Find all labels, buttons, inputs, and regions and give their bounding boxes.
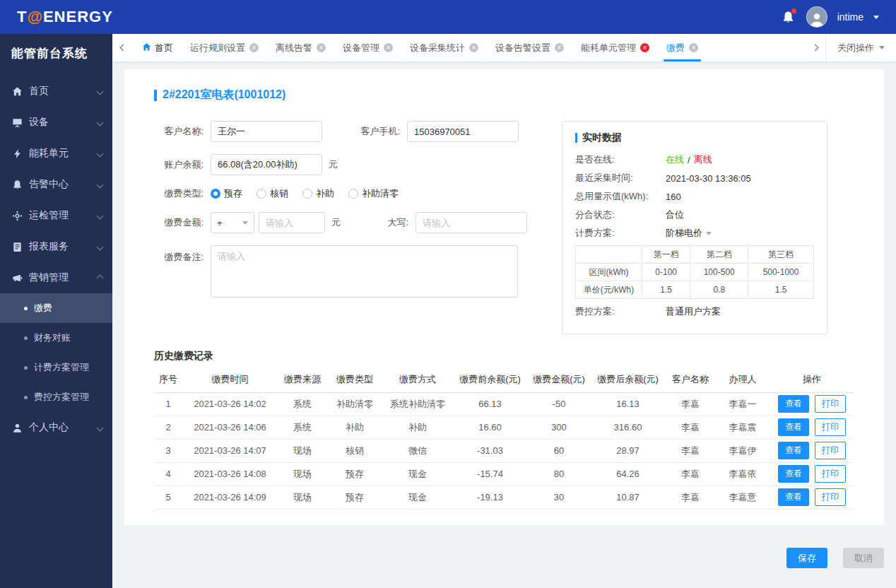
print-button[interactable]: 打印	[815, 488, 846, 506]
sidebar-item-device[interactable]: 设备	[0, 107, 112, 138]
table-cell: 0.8	[690, 281, 748, 299]
amount-input[interactable]	[259, 212, 325, 233]
sidebar-item-home[interactable]: 首页	[0, 76, 112, 107]
radio-writeoff[interactable]: 核销	[257, 187, 288, 200]
sidebar-item-energy-unit[interactable]: 能耗单元	[0, 138, 112, 169]
table-cell: 李嘉依	[716, 462, 770, 486]
form-row-customer: 客户名称: 客户手机:	[154, 121, 550, 142]
radio-icon	[257, 189, 266, 199]
close-icon[interactable]: ×	[249, 43, 259, 52]
table-cell: 28.97	[591, 439, 665, 462]
close-icon[interactable]: ×	[555, 43, 564, 52]
view-button[interactable]: 查看	[778, 395, 809, 413]
radio-icon	[348, 189, 358, 199]
caret-down-icon	[879, 46, 885, 49]
table-cell-actions: 查看打印	[770, 486, 854, 509]
sidebar-item-report[interactable]: 报表服务	[0, 231, 112, 262]
chevron-down-icon	[97, 212, 104, 219]
device-icon	[11, 117, 23, 128]
user-menu-caret-icon[interactable]	[873, 16, 879, 19]
amount-sign-select[interactable]: +	[211, 212, 254, 233]
sidebar-item-alarm-center[interactable]: 告警中心	[0, 169, 112, 200]
billing-plan-select[interactable]: 阶梯电价	[666, 227, 712, 240]
view-button[interactable]: 查看	[778, 442, 809, 459]
tab-item[interactable]: 能耗单元管理×	[572, 34, 658, 61]
balance-unit: 元	[329, 158, 338, 171]
radio-subsidy[interactable]: 补助	[302, 187, 334, 200]
sidebar-item-label: 营销管理	[29, 271, 98, 284]
caret-down-icon	[706, 232, 712, 235]
sidebar-item-personal[interactable]: 个人中心	[0, 412, 112, 443]
tabs-scroll-left-button[interactable]	[112, 34, 134, 61]
print-button[interactable]: 打印	[815, 442, 846, 459]
sidebar-subitem[interactable]: 计费方案管理	[0, 353, 112, 382]
table-cell-actions: 查看打印	[770, 439, 854, 462]
cancel-button[interactable]: 取消	[843, 548, 884, 568]
customer-name-input[interactable]	[211, 121, 322, 142]
tab-label: 设备告警设置	[495, 42, 550, 54]
payment-card: 2#2201室电表(1001012) 客户名称: 客户手机: 账户余额: 元	[124, 69, 884, 525]
form-row-balance: 账户余额: 元	[154, 154, 550, 175]
tab-item[interactable]: 设备采集统计×	[401, 34, 487, 61]
sidebar: 能管前台系统 首页设备能耗单元告警中心运检管理报表服务营销管理缴费财务对账计费方…	[0, 34, 112, 588]
logo-rest: ENERGY	[43, 8, 113, 25]
table-cell: 李嘉震	[716, 416, 770, 439]
tab-item[interactable]: 设备告警设置×	[487, 34, 572, 61]
sidebar-item-label: 个人中心	[29, 421, 98, 434]
energy-unit-icon	[11, 148, 23, 159]
amount-label: 缴费金额:	[154, 216, 204, 229]
title-accent-bar	[154, 90, 157, 101]
sidebar-subitem[interactable]: 费控方案管理	[0, 382, 112, 412]
caps-input[interactable]	[415, 212, 527, 233]
avatar[interactable]	[806, 6, 827, 28]
close-icon[interactable]: ×	[469, 43, 478, 52]
page-size-select[interactable]: 10条/页	[235, 525, 288, 526]
tab-item[interactable]: 离线告警×	[267, 34, 334, 61]
sidebar-item-inspection[interactable]: 运检管理	[0, 200, 112, 231]
tabs-scroll-right-button[interactable]	[804, 34, 825, 61]
sidebar-subitem[interactable]: 缴费	[0, 293, 112, 323]
print-button[interactable]: 打印	[815, 465, 846, 483]
save-button[interactable]: 保存	[786, 548, 827, 568]
tab-item[interactable]: 运行规则设置×	[182, 34, 267, 61]
table-header-row: 序号 缴费时间 缴费来源 缴费类型 缴费方式 缴费前余额(元) 缴费金额(元) …	[154, 367, 854, 392]
logo-at: @	[27, 8, 42, 25]
table-cell: 系统	[278, 416, 327, 439]
table-cell: 60	[527, 439, 591, 462]
notification-bell-icon[interactable]	[781, 9, 796, 25]
column-header: 缴费后余额(元)	[591, 367, 665, 392]
view-button[interactable]: 查看	[778, 418, 809, 436]
print-button[interactable]: 打印	[815, 395, 846, 413]
view-button[interactable]: 查看	[778, 465, 809, 483]
sidebar-item-label: 能耗单元	[29, 147, 98, 160]
table-cell: 316.60	[591, 416, 665, 439]
table-row: 22021-03-26 14:06系统补助补助16.60300316.60李嘉李…	[154, 416, 854, 439]
view-button[interactable]: 查看	[778, 488, 809, 506]
sidebar-item-label: 设备	[29, 116, 98, 129]
radio-subsidy-clear[interactable]: 补助清零	[348, 187, 399, 200]
close-operations-dropdown[interactable]: 关闭操作	[825, 34, 896, 61]
table-cell: 16.60	[453, 416, 527, 439]
close-icon[interactable]: ×	[384, 43, 393, 52]
sidebar-item-label: 报表服务	[29, 240, 98, 253]
home-icon	[11, 86, 23, 97]
close-icon[interactable]: ×	[640, 43, 649, 52]
remark-textarea[interactable]	[211, 245, 518, 298]
realtime-panel: 实时数据 是否在线: 在线/离线 最近采集时间: 2021-03-30 13:3…	[562, 121, 827, 334]
close-icon[interactable]: ×	[317, 43, 326, 52]
balance-input[interactable]	[211, 154, 322, 175]
tab-home[interactable]: 首页	[134, 34, 182, 61]
tab-item[interactable]: 设备管理×	[334, 34, 401, 61]
sidebar-subitem[interactable]: 财务对账	[0, 323, 112, 353]
form-row-remark: 缴费备注:	[154, 245, 550, 298]
customer-name-label: 客户名称:	[154, 125, 204, 138]
tab-item[interactable]: 缴费×	[658, 34, 707, 61]
sidebar-item-marketing[interactable]: 营销管理	[0, 262, 112, 293]
table-cell: 16.13	[591, 392, 665, 416]
customer-phone-input[interactable]	[407, 121, 519, 142]
tab-label: 设备采集统计	[410, 42, 465, 54]
print-button[interactable]: 打印	[815, 418, 846, 436]
radio-prepay[interactable]: 预存	[211, 187, 242, 200]
table-cell: -19.13	[453, 486, 527, 509]
close-icon[interactable]: ×	[689, 43, 698, 52]
